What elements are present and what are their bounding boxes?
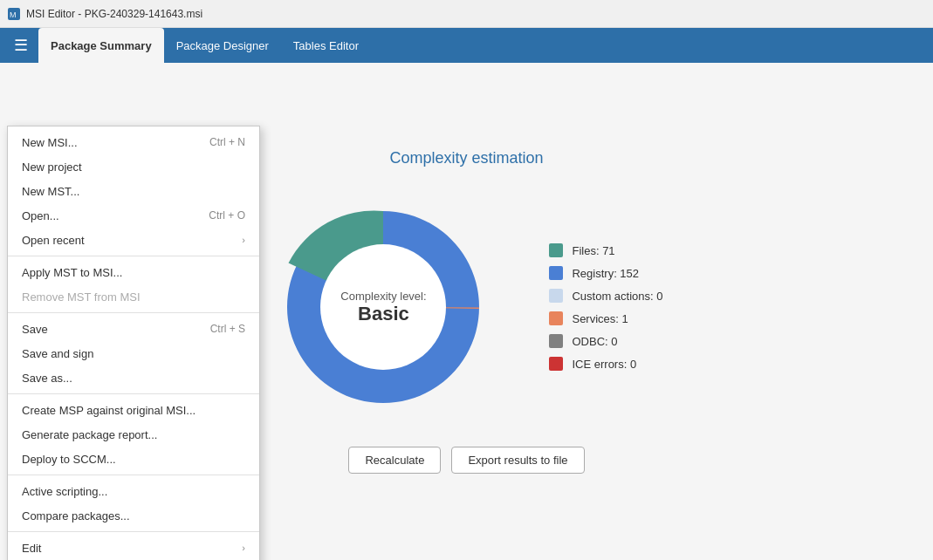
legend-item-custom-actions: Custom actions: 0	[549, 289, 662, 303]
svg-text:M: M	[10, 10, 17, 19]
nav-bar: ☰ Package Summary Package Designer Table…	[0, 28, 933, 63]
chart-title: Complexity estimation	[389, 149, 543, 167]
legend-label-registry: Registry: 152	[572, 267, 639, 280]
menu-item-edit[interactable]: Edit ›	[8, 536, 259, 560]
legend-color-services	[549, 311, 563, 325]
menu-divider-4	[8, 475, 259, 475]
legend-color-registry	[549, 266, 563, 280]
dropdown-menu: New MSI... Ctrl + N New project New MST.…	[7, 126, 260, 560]
tab-package-summary[interactable]: Package Summary	[38, 28, 164, 63]
menu-item-open-recent[interactable]: Open recent ›	[8, 228, 259, 252]
title-bar: M MSI Editor - PKG-240329-141643.msi	[0, 0, 933, 28]
export-results-button[interactable]: Export results to file	[451, 447, 584, 474]
chevron-right-icon-edit: ›	[242, 543, 245, 553]
legend-label-odbc: ODBC: 0	[572, 335, 617, 348]
title-bar-text: MSI Editor - PKG-240329-141643.msi	[26, 8, 202, 20]
menu-item-deploy-sccm[interactable]: Deploy to SCCM...	[8, 447, 259, 471]
legend-label-custom-actions: Custom actions: 0	[572, 290, 662, 303]
menu-item-save[interactable]: Save Ctrl + S	[8, 317, 259, 341]
legend-label-services: Services: 1	[572, 312, 628, 325]
menu-divider-5	[8, 531, 259, 532]
chevron-right-icon: ›	[242, 235, 245, 245]
app-icon: M	[7, 7, 21, 21]
menu-item-new-mst[interactable]: New MST...	[8, 179, 259, 203]
legend-label-files: Files: 71	[572, 244, 614, 257]
menu-item-new-project[interactable]: New project	[8, 154, 259, 179]
donut-label: Complexity level: Basic	[340, 290, 426, 325]
menu-divider-1	[8, 256, 259, 256]
menu-item-active-scripting[interactable]: Active scripting...	[8, 479, 259, 503]
legend-item-ice-errors: ICE errors: 0	[549, 357, 662, 371]
complexity-level-label: Complexity level:	[340, 290, 426, 303]
legend-item-files: Files: 71	[549, 243, 662, 257]
menu-item-remove-mst: Remove MST from MSI	[8, 284, 259, 309]
donut-chart: Complexity level: Basic	[270, 194, 497, 420]
main-content: Complexity estimation	[0, 63, 933, 560]
complexity-level-value: Basic	[340, 303, 426, 325]
legend-color-files	[549, 243, 563, 257]
legend-color-ice-errors	[549, 357, 563, 371]
menu-item-create-msp[interactable]: Create MSP against original MSI...	[8, 398, 259, 422]
chart-container: Complexity level: Basic Files: 71 Regist…	[270, 194, 662, 420]
menu-item-compare-packages[interactable]: Compare packages...	[8, 503, 259, 528]
legend-label-ice-errors: ICE errors: 0	[572, 358, 636, 371]
hamburger-menu-button[interactable]: ☰	[7, 34, 35, 57]
menu-item-open[interactable]: Open... Ctrl + O	[8, 203, 259, 228]
legend-color-custom-actions	[549, 289, 563, 303]
tab-tables-editor[interactable]: Tables Editor	[281, 28, 371, 63]
chart-legend: Files: 71 Registry: 152 Custom actions: …	[549, 243, 662, 371]
menu-item-save-as[interactable]: Save as...	[8, 365, 259, 390]
menu-item-new-msi[interactable]: New MSI... Ctrl + N	[8, 130, 259, 154]
recalculate-button[interactable]: Recalculate	[348, 447, 441, 474]
menu-divider-2	[8, 312, 259, 313]
legend-item-odbc: ODBC: 0	[549, 334, 662, 348]
menu-item-save-and-sign[interactable]: Save and sign	[8, 341, 259, 365]
chart-buttons: Recalculate Export results to file	[348, 447, 584, 474]
menu-item-generate-report[interactable]: Generate package report...	[8, 422, 259, 447]
legend-item-registry: Registry: 152	[549, 266, 662, 280]
tab-package-designer[interactable]: Package Designer	[164, 28, 281, 63]
menu-item-apply-mst[interactable]: Apply MST to MSI...	[8, 260, 259, 284]
legend-color-odbc	[549, 334, 563, 348]
legend-item-services: Services: 1	[549, 311, 662, 325]
menu-divider-3	[8, 393, 259, 394]
